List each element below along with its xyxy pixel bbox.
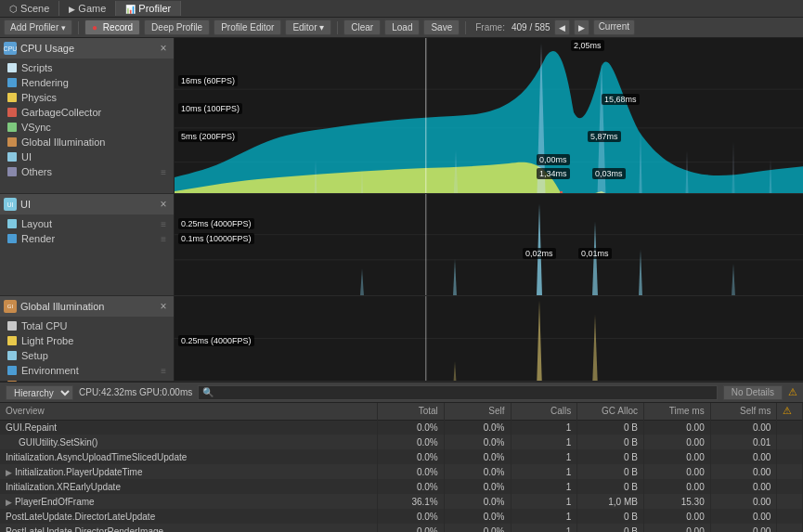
item-scripts[interactable]: Scripts xyxy=(0,60,174,75)
row-warning xyxy=(777,524,803,532)
search-input[interactable] xyxy=(198,385,718,400)
sep1 xyxy=(78,21,79,34)
scripts-color xyxy=(7,63,17,72)
table-row[interactable]: ▶Initialization.PlayerUpdateTime0.0%0.0%… xyxy=(0,464,803,479)
cpu-close-button[interactable]: × xyxy=(157,42,170,55)
item-render[interactable]: Render ≡ xyxy=(0,231,174,246)
ui-close-button[interactable]: × xyxy=(157,198,170,211)
row-self: 0.0% xyxy=(444,494,511,509)
ui-chart[interactable]: 0.25ms (4000FPS) 0.1ms (10000FPS) 0,02ms… xyxy=(175,194,803,296)
item-layout[interactable]: Layout ≡ xyxy=(0,216,174,231)
item-ui[interactable]: UI xyxy=(0,149,174,164)
row-total: 36.1% xyxy=(378,494,445,509)
row-self_ms: 0.00 xyxy=(710,524,777,532)
tab-scene[interactable]: ⬡ Scene xyxy=(0,1,59,16)
row-total: 0.0% xyxy=(378,509,445,524)
item-total-cpu[interactable]: Total CPU xyxy=(0,318,174,333)
col-calls[interactable]: Calls xyxy=(511,403,577,420)
warning-icon: ⚠ xyxy=(788,386,797,398)
tabs-bar: ⬡ Scene ▶ Game 📊 Profiler xyxy=(0,0,803,18)
item-physics[interactable]: Physics xyxy=(0,90,174,105)
col-time[interactable]: Time ms xyxy=(643,403,710,420)
row-gc_alloc: 0 B xyxy=(577,509,644,524)
row-self_ms: 0.00 xyxy=(710,479,777,494)
row-total: 0.0% xyxy=(378,479,445,494)
item-rendering[interactable]: Rendering xyxy=(0,75,174,90)
row-total: 0.0% xyxy=(378,464,445,479)
expand-arrow[interactable]: ▶ xyxy=(6,498,12,507)
cpu-section-header[interactable]: CPU CPU Usage × xyxy=(0,38,174,58)
ui-color xyxy=(7,152,17,162)
add-profiler-button[interactable]: Add Profiler ▾ xyxy=(4,19,72,35)
cpu-icon: CPU xyxy=(4,42,17,55)
tab-game[interactable]: ▶ Game xyxy=(59,1,116,16)
gi-chart[interactable]: 0.25ms (4000FPS) xyxy=(175,296,803,382)
row-self: 0.0% xyxy=(444,524,511,532)
ui-title: UI xyxy=(20,199,31,210)
item-others[interactable]: Others ≡ xyxy=(0,164,174,179)
editor-dropdown-button[interactable]: Editor ▾ xyxy=(285,19,331,35)
expand-arrow[interactable]: ▶ xyxy=(6,468,12,477)
col-total[interactable]: Total xyxy=(378,403,445,420)
layout-drag: ≡ xyxy=(161,219,166,229)
load-button[interactable]: Load xyxy=(384,19,420,35)
render-color xyxy=(7,234,17,243)
no-details-badge: No Details xyxy=(723,385,783,400)
profile-editor-button[interactable]: Profile Editor xyxy=(214,19,281,35)
item-environment[interactable]: Environment ≡ xyxy=(0,363,174,378)
save-button[interactable]: Save xyxy=(423,19,460,35)
others-drag: ≡ xyxy=(161,167,166,177)
row-gc_alloc: 0 B xyxy=(577,435,644,449)
item-setup[interactable]: Setup xyxy=(0,348,174,363)
row-name: PostLateUpdate.DirectorLateUpdate xyxy=(0,509,378,524)
row-total: 0.0% xyxy=(378,449,445,464)
row-self: 0.0% xyxy=(444,509,511,524)
table-row[interactable]: GUI.Repaint0.0%0.0%10 B0.000.00 xyxy=(0,420,803,435)
col-overview[interactable]: Overview xyxy=(0,403,378,420)
nav-back-button[interactable]: ◀ xyxy=(554,19,570,35)
sep3 xyxy=(465,21,466,34)
current-badge: Current xyxy=(593,19,635,35)
vsync-color xyxy=(7,123,17,132)
table-row[interactable]: GUIUtility.SetSkin()0.0%0.0%10 B0.000.01 xyxy=(0,435,803,449)
row-self: 0.0% xyxy=(444,435,511,449)
ui-section: UI UI × Layout ≡ Render ≡ xyxy=(0,194,803,296)
item-vsync[interactable]: VSync xyxy=(0,120,174,135)
ui-section-header[interactable]: UI UI × xyxy=(0,194,174,214)
gi-section-header[interactable]: GI Global Illumination × xyxy=(0,296,174,317)
nav-fwd-button[interactable]: ▶ xyxy=(574,19,589,35)
row-calls: 1 xyxy=(511,494,577,509)
row-name: Initialization.XREarlyUpdate xyxy=(0,479,378,494)
cpu-chart[interactable]: 2,05ms 16ms (60FPS) 15,68ms 10ms (100FPS… xyxy=(175,38,803,194)
table-row[interactable]: Initialization.AsyncUploadTimeSlicedUpda… xyxy=(0,449,803,464)
light-probe-color xyxy=(7,336,17,345)
col-gc[interactable]: GC Alloc xyxy=(577,403,644,420)
gi-close-button[interactable]: × xyxy=(157,300,170,313)
row-time_ms: 0.00 xyxy=(643,435,710,449)
gi-title: Global Illumination xyxy=(20,301,105,312)
table-row[interactable]: ▶PlayerEndOfFrame36.1%0.0%11,0 MB15.300.… xyxy=(0,494,803,509)
row-warning xyxy=(777,479,803,494)
deep-profile-button[interactable]: Deep Profile xyxy=(144,19,210,35)
ui-items: Layout ≡ Render ≡ xyxy=(0,214,174,248)
table-row[interactable]: Initialization.XREarlyUpdate0.0%0.0%10 B… xyxy=(0,479,803,494)
row-warning xyxy=(777,449,803,464)
cpu-section-left: CPU CPU Usage × Scripts Rendering Physic… xyxy=(0,38,175,194)
table-row[interactable]: PostLateUpdate.DirectorRenderImage0.0%0.… xyxy=(0,524,803,532)
item-gc[interactable]: GarbageCollector xyxy=(0,105,174,120)
item-light-probe[interactable]: Light Probe xyxy=(0,333,174,348)
data-table: Overview Total Self Calls GC Alloc Time … xyxy=(0,403,803,532)
row-gc_alloc: 0 B xyxy=(577,524,644,532)
row-self_ms: 0.00 xyxy=(710,509,777,524)
col-selfms[interactable]: Self ms xyxy=(710,403,777,420)
item-gi[interactable]: Global Illumination xyxy=(0,135,174,149)
record-button[interactable]: ● Record xyxy=(84,19,140,35)
row-time_ms: 0.00 xyxy=(643,524,710,532)
hierarchy-select[interactable]: Hierarchy xyxy=(6,385,73,400)
game-icon: ▶ xyxy=(69,5,75,14)
cpu-title: CPU Usage xyxy=(20,43,74,54)
table-row[interactable]: PostLateUpdate.DirectorLateUpdate0.0%0.0… xyxy=(0,509,803,524)
clear-button[interactable]: Clear xyxy=(343,19,381,35)
col-self[interactable]: Self xyxy=(444,403,511,420)
tab-profiler[interactable]: 📊 Profiler xyxy=(116,1,181,16)
